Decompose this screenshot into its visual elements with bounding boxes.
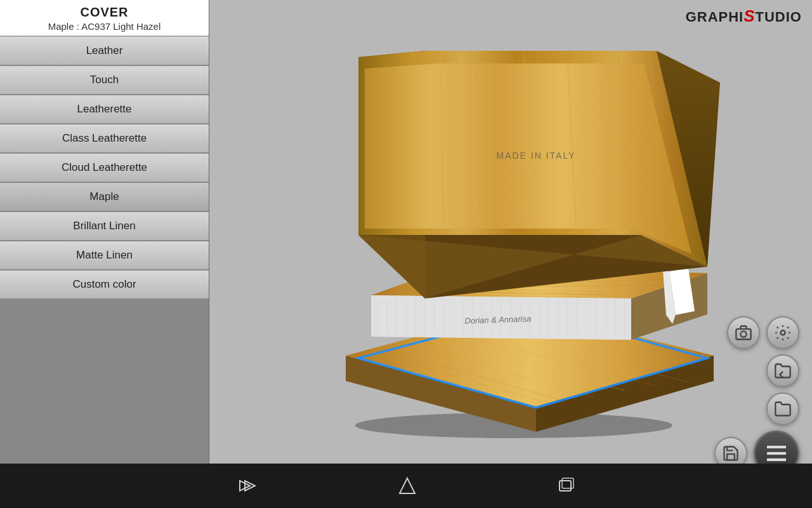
sidebar-item-leather[interactable]: Leather <box>0 37 209 66</box>
logo-graphi: GRAPHI <box>686 9 744 25</box>
settings-button[interactable] <box>766 316 799 349</box>
home-button[interactable] <box>397 476 417 496</box>
recents-button[interactable] <box>557 477 575 495</box>
action-buttons <box>714 316 799 476</box>
folder-open-button[interactable] <box>766 354 799 387</box>
logo-s: S <box>743 6 755 25</box>
camera-button[interactable] <box>727 316 760 349</box>
brand-logo: GRAPHISTUDIO <box>686 6 802 26</box>
sidebar-item-matte-linen[interactable]: Matte Linen <box>0 241 209 271</box>
logo-studio: TUDIO <box>756 9 802 25</box>
sidebar-item-cloud-leatherette[interactable]: Cloud Leatherette <box>0 154 209 183</box>
sidebar-item-custom-color[interactable]: Custom color <box>0 271 209 300</box>
svg-rect-89 <box>560 481 571 491</box>
svg-rect-90 <box>562 478 573 488</box>
menu-icon <box>764 441 789 466</box>
recents-icon <box>557 477 575 495</box>
svg-point-82 <box>781 331 785 335</box>
mid-btn-row <box>766 354 799 387</box>
folder-button[interactable] <box>766 392 799 425</box>
svg-text:MADE IN ITALY: MADE IN ITALY <box>496 150 575 161</box>
settings-icon <box>774 324 792 342</box>
folder-icon <box>774 400 792 418</box>
sidebar: COVER Maple : AC937 Light Hazel Leather … <box>0 0 209 464</box>
cover-subtitle: Maple : AC937 Light Hazel <box>3 21 206 32</box>
top-btn-row <box>727 316 799 349</box>
nav-bar <box>0 464 812 508</box>
back-button[interactable] <box>237 476 258 496</box>
book-container: Dorian & Annarisa <box>289 25 733 438</box>
home-icon <box>397 476 417 496</box>
sidebar-item-touch[interactable]: Touch <box>0 66 209 95</box>
book-svg: Dorian & Annarisa <box>289 25 733 438</box>
lower-btn-row <box>766 392 799 425</box>
svg-marker-88 <box>400 478 415 493</box>
cover-title: COVER <box>3 5 206 20</box>
folder-open-icon <box>774 362 792 380</box>
save-icon <box>722 444 740 462</box>
sidebar-item-maple[interactable]: Maple <box>0 183 209 212</box>
sidebar-item-brillant-linen[interactable]: Brillant Linen <box>0 212 209 241</box>
camera-icon <box>735 324 752 342</box>
back-icon <box>237 476 258 496</box>
sidebar-header: COVER Maple : AC937 Light Hazel <box>0 0 209 37</box>
sidebar-item-class-leatherette[interactable]: Class Leatherette <box>0 124 209 154</box>
svg-point-81 <box>740 331 746 337</box>
sidebar-item-leatherette[interactable]: Leatherette <box>0 95 209 124</box>
